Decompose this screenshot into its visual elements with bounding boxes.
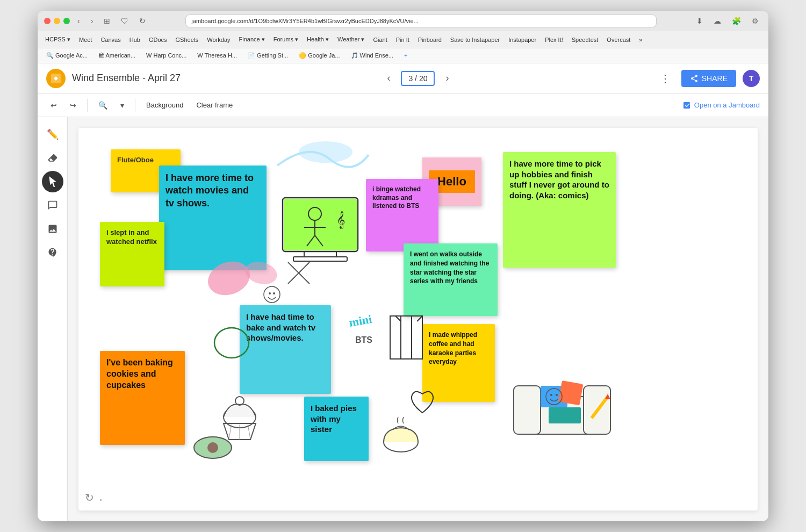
pinit-link[interactable]: Pin It (393, 35, 413, 44)
health-menu[interactable]: Health ▾ (304, 35, 332, 44)
canvas-area[interactable]: Flute/Oboe I have more time to watch mov… (68, 117, 768, 521)
next-page-button[interactable]: › (441, 70, 453, 86)
more-links[interactable]: » (636, 35, 645, 44)
bookmark-harp[interactable]: W Harp Conc... (142, 51, 191, 60)
workday-link[interactable]: Workday (204, 35, 233, 44)
page-indicator[interactable]: 3 / 20 (401, 71, 435, 86)
app-logo (46, 69, 66, 88)
prev-page-button[interactable]: ‹ (383, 70, 394, 86)
address-bar[interactable]: jamboard.google.com/d/1O9bcfwXMr3Y5ER4b1… (185, 15, 657, 27)
svg-point-42 (556, 394, 558, 396)
add-bookmark[interactable]: + (400, 51, 412, 60)
svg-text:𝄞: 𝄞 (336, 211, 346, 229)
browser-window: ‹ › ⊞ 🛡 ↻ jamboard.google.com/d/1O9bcfwX… (38, 11, 768, 521)
traffic-lights (44, 18, 70, 24)
redo-button[interactable]: ↪ (66, 99, 81, 112)
zoom-dropdown[interactable]: ▾ (116, 99, 128, 112)
share-button[interactable]: SHARE (681, 70, 736, 87)
sticky-note-netflix[interactable]: i slept in and watched netflix (100, 222, 164, 286)
image-tool[interactable] (42, 218, 63, 240)
giant-link[interactable]: Giant (370, 35, 390, 44)
more-options-button[interactable]: ⋮ (656, 70, 675, 87)
gsheets-link[interactable]: GSheets (172, 35, 202, 44)
clear-frame-button[interactable]: Clear frame (192, 99, 237, 111)
bookmark-wind[interactable]: 🎵 Wind Ense... (347, 51, 398, 60)
settings-icon[interactable]: ⚙ (749, 16, 762, 26)
svg-rect-29 (401, 316, 412, 359)
forums-menu[interactable]: Forums ▾ (270, 35, 301, 44)
svg-line-31 (417, 316, 422, 321)
refresh-icon[interactable]: ↻ (85, 491, 94, 504)
weather-menu[interactable]: Weather ▾ (334, 35, 368, 44)
gdocs-link[interactable]: GDocs (146, 35, 170, 44)
hcpss-menu[interactable]: HCPSS ▾ (42, 35, 74, 44)
open-jamboard-button[interactable]: Open on a Jamboard (682, 101, 760, 110)
zoom-button[interactable]: 🔍 (94, 99, 112, 112)
extensions-icon[interactable]: 🧩 (729, 16, 744, 26)
svg-point-25 (207, 442, 218, 453)
overcast-link[interactable]: Overcast (603, 35, 634, 44)
bookmark-getting[interactable]: 📄 Getting St... (243, 51, 292, 60)
sticky-text: I've been baking cookies and cupcakes (106, 358, 173, 390)
svg-rect-33 (514, 386, 541, 434)
sticky-note-hobbies[interactable]: I have more time to pick up hobbies and … (503, 152, 616, 268)
shapes-tool[interactable] (42, 242, 63, 263)
main-area: ✏️ Flute/Oboe (38, 117, 768, 521)
svg-point-44 (299, 141, 352, 163)
hub-link[interactable]: Hub (126, 35, 143, 44)
close-button[interactable] (44, 18, 51, 24)
finance-menu[interactable]: Finance ▾ (236, 35, 268, 44)
sticky-text: Hello (437, 175, 466, 188)
sticky-text: I have more time to pick up hobbies and … (509, 159, 609, 200)
plex-link[interactable]: Plex It! (542, 35, 566, 44)
sticky-note-pies[interactable]: I baked pies with my sister (304, 397, 369, 461)
open-jamboard-label: Open on a Jamboard (694, 101, 760, 109)
canvas-link[interactable]: Canvas (97, 35, 124, 44)
shield-icon[interactable]: 🛡 (118, 16, 132, 26)
user-avatar[interactable]: T (743, 70, 760, 87)
cursor-tool[interactable] (42, 171, 63, 192)
sticky-note-tool[interactable] (42, 195, 63, 216)
secondary-toolbar: ↩ ↪ 🔍 ▾ Background Clear frame Open on a… (38, 94, 768, 117)
maximize-button[interactable] (63, 18, 70, 24)
sticky-text: I have had time to bake and watch tv sho… (246, 312, 315, 342)
divider-2 (135, 99, 135, 112)
sticky-note-cookies[interactable]: I've been baking cookies and cupcakes (100, 351, 185, 445)
bookmark-american[interactable]: 🏛 American... (94, 51, 140, 60)
sticky-note-walks[interactable]: I went on walks outside and finished wat… (404, 243, 498, 316)
svg-line-23 (248, 425, 250, 438)
bookmark-google-ac[interactable]: 🔍 Google Ac... (42, 51, 92, 60)
door-sketch (385, 311, 428, 364)
meet-link[interactable]: Meet (76, 35, 95, 44)
svg-point-41 (550, 394, 552, 396)
circle-doodle (210, 321, 253, 364)
undo-button[interactable]: ↩ (46, 99, 61, 112)
cloud-icon[interactable]: ☁ (710, 16, 724, 26)
speedtest-link[interactable]: Speedtest (568, 35, 602, 44)
sticky-note-kdramas[interactable]: i binge watched kdramas and listened to … (366, 179, 438, 251)
pen-tool[interactable]: ✏️ (42, 124, 63, 145)
url-text: jamboard.google.com/d/1O9bcfwXMr3Y5ER4b1… (191, 18, 418, 24)
pinboard-link[interactable]: Pinboard (415, 35, 445, 44)
eraser-tool[interactable] (42, 147, 63, 169)
bookmark-theresa[interactable]: W Theresa H... (193, 51, 241, 60)
view-switcher[interactable]: ⊞ (100, 16, 113, 26)
bookmark-google-ja[interactable]: 🟡 Google Ja... (294, 51, 344, 60)
sticky-text: I have more time to watch movies and tv … (165, 172, 254, 209)
forward-button[interactable]: › (88, 16, 97, 26)
background-button[interactable]: Background (142, 99, 188, 111)
svg-point-18 (214, 328, 249, 358)
x-doodle (283, 257, 315, 289)
back-button[interactable]: ‹ (74, 16, 83, 26)
sticky-text: I made whipped coffee and had karaoke pa… (429, 331, 477, 365)
svg-rect-37 (549, 407, 581, 423)
download-icon[interactable]: ⬇ (693, 16, 706, 26)
svg-point-20 (235, 397, 244, 405)
sticky-text: Flute/Oboe (117, 156, 154, 164)
minimize-button[interactable] (54, 18, 60, 24)
instapaper-link[interactable]: Instapaper (505, 35, 539, 44)
share-label: SHARE (702, 74, 728, 83)
save-instapaper-link[interactable]: Save to Instapaper (447, 35, 503, 44)
refresh-button[interactable]: ↻ (136, 16, 149, 26)
sticky-text: i slept in and watched netflix (106, 228, 157, 246)
